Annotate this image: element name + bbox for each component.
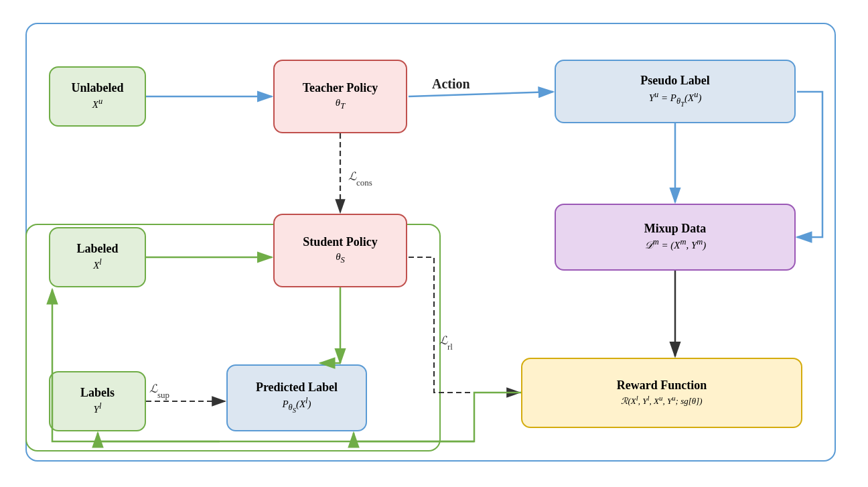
diagram-container: Unlabeled Xu Teacher Policy θT Pseudo La…	[19, 16, 849, 472]
node-predicted-label: Predicted Label PθS(Xl)	[226, 364, 367, 431]
node-labels: Labels Yl	[49, 371, 146, 431]
node-teacher-policy: Teacher Policy θT	[273, 60, 407, 133]
node-pseudo-label: Pseudo Label Yu = PθT(Xu)	[555, 60, 796, 123]
node-reward-function: Reward Function ℛ(Xl, Yl, Xu, Yu; sg[θ])	[521, 358, 802, 428]
node-unlabeled: Unlabeled Xu	[49, 66, 146, 127]
node-labeled: Labeled Xl	[49, 227, 146, 287]
node-student-policy: Student Policy θS	[273, 214, 407, 287]
node-mixup-data: Mixup Data 𝒟m = (Xm, Ym)	[555, 204, 796, 271]
